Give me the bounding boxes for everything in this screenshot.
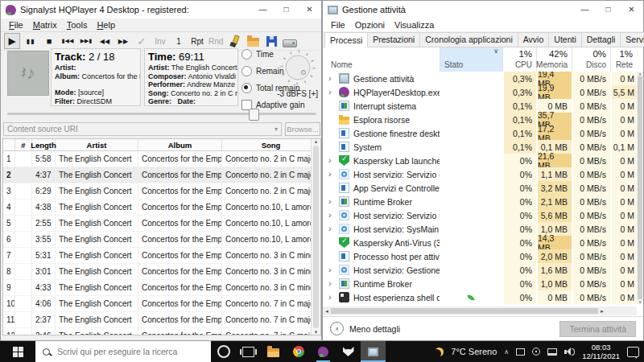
- playlist-row[interactable]: 5 2:55 The English Concert Concertos for…: [3, 216, 320, 232]
- menu-item[interactable]: File: [326, 20, 350, 30]
- volume-icon[interactable]: [564, 348, 575, 356]
- process-row[interactable]: › Host servizio: SysMain 0% 1,0 MB 0 MB/…: [323, 222, 637, 236]
- menu-item[interactable]: Help: [92, 20, 120, 30]
- fox-app-button[interactable]: [336, 341, 361, 362]
- process-row[interactable]: › Host servizio: Servizio di archivi... …: [323, 167, 637, 181]
- scrollbar-thumb[interactable]: [313, 146, 319, 328]
- process-row[interactable]: Processo host per attività di Wi... 0% 2…: [323, 249, 637, 263]
- task-manager-titlebar[interactable]: Gestione attività — □ ✕: [323, 1, 643, 19]
- network-icon[interactable]: [547, 348, 557, 356]
- file-explorer-button[interactable]: [261, 341, 286, 362]
- option-control[interactable]: [242, 83, 252, 93]
- weather-widget[interactable]: 7°C Sereno: [451, 347, 497, 356]
- stat-column-header[interactable]: 0% Disco: [572, 47, 610, 72]
- scroll-down-icon[interactable]: ∨: [638, 299, 642, 304]
- process-row[interactable]: Interrupt sistema 0,1% 0 MB 0 MB/s 0 M: [323, 99, 637, 113]
- pause-button[interactable]: [23, 33, 39, 49]
- cortana-button[interactable]: [211, 341, 236, 362]
- scroll-down-icon[interactable]: ▼: [314, 330, 319, 335]
- stat-column-header[interactable]: 42% Memoria: [536, 47, 572, 72]
- row-number-column-header[interactable]: [3, 139, 15, 150]
- chrome-button[interactable]: [286, 341, 311, 362]
- expand-chevron-icon[interactable]: ›: [328, 224, 335, 233]
- playlist-scrollbar[interactable]: ▲ ▼: [311, 139, 320, 335]
- playlist-row[interactable]: 2 4:37 The English Concert Concertos for…: [3, 167, 320, 183]
- tab[interactable]: Utenti: [548, 32, 581, 47]
- task-view-button[interactable]: [236, 341, 261, 362]
- minimize-icon[interactable]: —: [573, 1, 597, 19]
- process-row[interactable]: › HQPlayer4Desktop.exe 0,3% 19,9 MB 0 MB…: [323, 85, 637, 99]
- content-source-combobox[interactable]: Content source URI ▾: [3, 122, 282, 136]
- scroll-right-icon[interactable]: ►: [600, 309, 605, 314]
- hqplayer-taskbar-button[interactable]: [311, 341, 336, 362]
- invert-button[interactable]: Inv: [152, 33, 168, 49]
- process-row[interactable]: Kaspersky Anti-Virus (32 bit) 0% 14,3 MB…: [323, 236, 637, 249]
- expand-chevron-icon[interactable]: ›: [328, 279, 335, 288]
- length-column-header[interactable]: Length: [32, 139, 56, 150]
- album-column-header[interactable]: Album: [138, 139, 222, 150]
- expand-chevron-icon[interactable]: ›: [328, 265, 335, 274]
- playlist-row[interactable]: 6 3:55 The English Concert Concertos for…: [3, 232, 320, 248]
- seek-slider[interactable]: [7, 113, 316, 115]
- seek-slider-handle[interactable]: [249, 109, 259, 121]
- notification-center-icon[interactable]: [627, 347, 639, 357]
- expand-chevron-icon[interactable]: ›: [328, 74, 335, 83]
- process-row[interactable]: › Host esperienza shell di Windows 0% 0 …: [323, 290, 637, 304]
- expand-chevron-icon[interactable]: ›: [328, 170, 335, 179]
- process-row[interactable]: › Host servizio: Servizio repositor... 0…: [323, 208, 637, 222]
- moon-weather-icon[interactable]: [435, 348, 444, 356]
- tray-overflow-chevron-icon[interactable]: ∧: [504, 348, 509, 356]
- menu-item[interactable]: File: [4, 20, 28, 30]
- playlist-row[interactable]: 8 3:01 The English Concert Concertos for…: [3, 264, 320, 280]
- maximize-icon[interactable]: □: [275, 1, 298, 19]
- option-control[interactable]: [242, 49, 252, 60]
- expand-chevron-icon[interactable]: ›: [328, 88, 335, 97]
- repeat-count-label[interactable]: 1: [171, 33, 187, 49]
- hqplayer-titlebar[interactable]: Signalyst HQPlayer 4 Desktop - registere…: [1, 1, 321, 19]
- transport-check-button[interactable]: [134, 33, 150, 49]
- clock-widget[interactable]: 08:03 12/11/2021: [582, 343, 620, 360]
- hash-column-header[interactable]: #: [15, 139, 32, 150]
- playlist-row[interactable]: 10 4:06 The English Concert Concertos fo…: [3, 296, 320, 312]
- playlist-row[interactable]: 4 4:38 The English Concert Concertos for…: [3, 200, 320, 216]
- expand-chevron-icon[interactable]: ›: [328, 211, 335, 220]
- status-column-header[interactable]: Stato ∨: [440, 47, 502, 72]
- process-list-horizontal-scrollbar[interactable]: ◄ ►: [323, 306, 637, 315]
- close-icon[interactable]: ✕: [298, 1, 321, 19]
- name-column-header[interactable]: Nome: [323, 47, 440, 72]
- stat-column-header[interactable]: 1% Rete: [610, 47, 637, 72]
- scrollbar-thumb[interactable]: [638, 76, 642, 299]
- menu-item[interactable]: Visualizza: [390, 20, 439, 30]
- search-input[interactable]: [56, 346, 204, 357]
- rewind-button[interactable]: [97, 33, 113, 49]
- song-column-header[interactable]: Song: [222, 139, 320, 150]
- expand-chevron-icon[interactable]: ›: [328, 293, 335, 302]
- process-list-vertical-scrollbar[interactable]: ∧ ∨: [637, 72, 643, 304]
- previous-track-button[interactable]: [60, 33, 76, 49]
- task-manager-taskbar-button[interactable]: [361, 341, 386, 362]
- playlist-row[interactable]: 7 5:31 The English Concert Concertos for…: [3, 248, 320, 264]
- artist-column-header[interactable]: Artist: [56, 139, 138, 150]
- process-row[interactable]: › Runtime Broker 0% 1,0 MB 0 MB/s 0 M: [323, 277, 637, 290]
- fast-forward-button[interactable]: [115, 33, 131, 49]
- playlist-row[interactable]: 3 6:29 The English Concert Concertos for…: [3, 183, 320, 200]
- open-folder-button[interactable]: [245, 33, 261, 49]
- minimize-icon[interactable]: —: [251, 1, 275, 19]
- playlist-row[interactable]: 1 5:58 The English Concert Concertos for…: [3, 151, 320, 167]
- repeat-button[interactable]: Rpt: [189, 33, 205, 49]
- menu-item[interactable]: Opzioni: [350, 20, 390, 30]
- maximize-icon[interactable]: □: [597, 1, 620, 19]
- fewer-details-toggle[interactable]: ∧ Meno dettagli: [330, 322, 400, 335]
- tab[interactable]: Avvio: [518, 32, 550, 47]
- tab[interactable]: Processi: [324, 32, 368, 47]
- process-row[interactable]: › Kaspersky Lab launcher (32 bit) 0% 21,…: [323, 154, 637, 167]
- random-button[interactable]: Rnd: [208, 33, 224, 49]
- menu-item[interactable]: Tools: [62, 20, 93, 30]
- volume-knob[interactable]: [278, 47, 318, 88]
- playlist-row[interactable]: 11 2:37 The English Concert Concertos fo…: [3, 312, 320, 328]
- close-icon[interactable]: ✕: [620, 1, 643, 19]
- save-button[interactable]: [263, 33, 279, 49]
- stat-column-header[interactable]: 1% CPU: [502, 47, 536, 72]
- stop-button[interactable]: [41, 33, 57, 49]
- output-device-button[interactable]: [282, 33, 298, 49]
